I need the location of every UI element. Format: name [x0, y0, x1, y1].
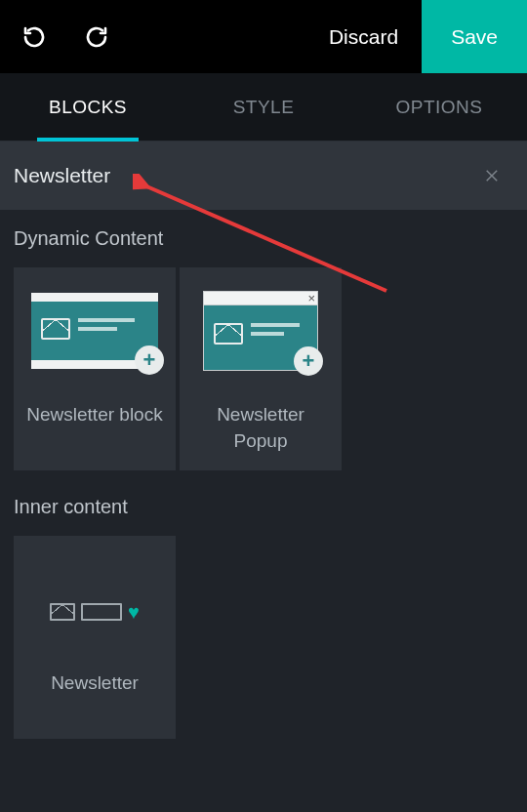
block-newsletter-block[interactable]: + Newsletter block — [14, 267, 176, 470]
redo-button[interactable] — [82, 22, 111, 52]
block-label: Newsletter — [41, 670, 148, 697]
window-titlebar-icon: × — [204, 292, 317, 305]
save-button[interactable]: Save — [422, 0, 527, 73]
undo-button[interactable] — [20, 22, 49, 52]
redo-icon — [85, 25, 108, 49]
newsletter-inner-preview: ♥ — [50, 576, 140, 624]
envelope-icon — [41, 318, 70, 340]
envelope-icon — [214, 323, 243, 345]
block-preview: ♥ — [31, 555, 158, 643]
text-lines-icon — [251, 323, 300, 341]
section-title-dynamic: Dynamic Content — [14, 227, 513, 250]
block-preview: + — [31, 287, 158, 375]
undo-icon — [22, 25, 46, 49]
tab-options[interactable]: OPTIONS — [351, 73, 527, 141]
inner-blocks-grid: ♥ Newsletter — [14, 536, 513, 739]
search-row — [0, 142, 527, 210]
text-lines-icon — [78, 318, 135, 336]
block-newsletter-popup[interactable]: × + Newsletter Popup — [180, 267, 342, 470]
newsletter-block-preview: + — [31, 293, 158, 369]
block-label: Newsletter Popup — [180, 402, 342, 454]
newsletter-popup-preview: × + — [203, 291, 318, 371]
envelope-icon — [50, 603, 75, 621]
block-newsletter-inner[interactable]: ♥ Newsletter — [14, 536, 176, 739]
search-input[interactable] — [14, 164, 480, 187]
heart-icon: ♥ — [128, 601, 140, 624]
close-icon: × — [307, 291, 315, 305]
tab-blocks[interactable]: BLOCKS — [0, 73, 176, 141]
block-label: Newsletter block — [17, 402, 172, 428]
tabs-row: BLOCKS STYLE OPTIONS — [0, 73, 527, 142]
blocks-panel: Dynamic Content + Newsletter block × — [0, 210, 527, 756]
block-preview: × + — [197, 287, 324, 375]
dynamic-blocks-grid: + Newsletter block × + Newsletter Popup — [14, 267, 513, 470]
discard-button[interactable]: Discard — [305, 0, 422, 73]
input-field-icon — [81, 603, 122, 621]
close-icon — [484, 167, 502, 184]
topbar: Discard Save — [0, 0, 527, 73]
plus-icon: + — [135, 345, 164, 375]
clear-search-button[interactable] — [480, 163, 506, 188]
plus-icon: + — [294, 346, 323, 376]
tab-style[interactable]: STYLE — [176, 73, 351, 141]
section-title-inner: Inner content — [14, 496, 513, 518]
